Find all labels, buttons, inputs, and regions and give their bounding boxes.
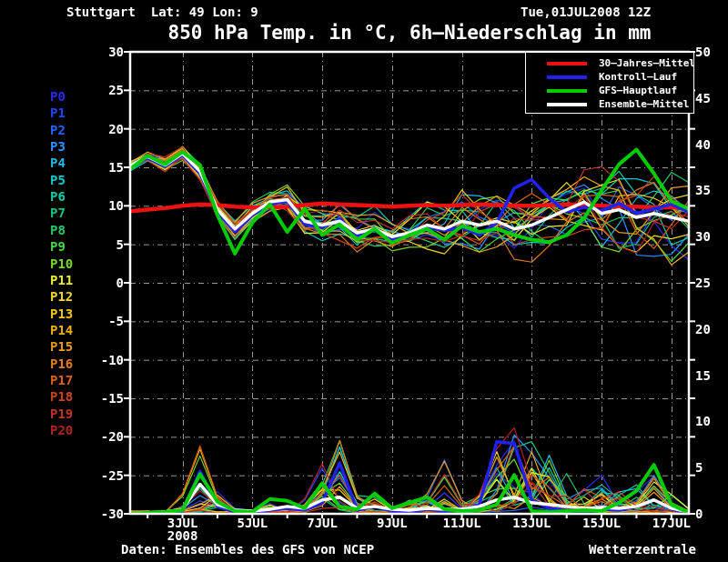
precip-tick-label: 10 bbox=[695, 414, 711, 428]
precip-tick-label: 15 bbox=[695, 368, 711, 383]
temp-tick-label: 30 bbox=[91, 45, 124, 59]
member-label-p20: P20 bbox=[50, 423, 73, 437]
member-label-p19: P19 bbox=[50, 406, 73, 421]
member-label-p11: P11 bbox=[50, 273, 73, 287]
precip-tick-label: 20 bbox=[695, 322, 711, 336]
member-label-p6: P6 bbox=[50, 189, 66, 204]
date-tick-label: 13JUL bbox=[500, 516, 563, 530]
precip-tick-label: 30 bbox=[695, 229, 711, 244]
member-label-p5: P5 bbox=[50, 173, 66, 187]
precip-tick-label: 50 bbox=[695, 45, 711, 59]
year-label: 2008 bbox=[151, 528, 215, 543]
temp-tick-label: -25 bbox=[91, 468, 124, 483]
temp-tick-label: 25 bbox=[91, 83, 124, 97]
member-label-p13: P13 bbox=[50, 306, 73, 321]
precip-tick-label: 25 bbox=[695, 276, 711, 290]
date-tick-label: 5JUL bbox=[220, 516, 284, 530]
run-datetime: Tue,01JUL2008 12Z bbox=[521, 5, 651, 19]
temp-tick-label: 15 bbox=[91, 160, 124, 175]
control-run-line-swatch bbox=[547, 75, 587, 79]
member-label-p2: P2 bbox=[50, 123, 66, 137]
member-label-p10: P10 bbox=[50, 256, 73, 271]
ensemble-mean-line-swatch bbox=[547, 103, 587, 106]
legend-label: Ensemble–Mittel bbox=[599, 98, 689, 110]
precip-tick-label: 5 bbox=[695, 460, 703, 475]
member-label-p18: P18 bbox=[50, 389, 73, 404]
temp-tick-label: -5 bbox=[91, 314, 124, 328]
member-label-p3: P3 bbox=[50, 139, 66, 154]
precip-tick-label: 45 bbox=[695, 91, 711, 105]
member-label-p9: P9 bbox=[50, 239, 66, 254]
precip-tick-label: 40 bbox=[695, 137, 711, 152]
member-label-p15: P15 bbox=[50, 339, 73, 354]
member-label-p16: P16 bbox=[50, 356, 73, 371]
temp-tick-label: 10 bbox=[91, 198, 124, 213]
brand-name: Wetterzentrale bbox=[589, 542, 696, 557]
temp-tick-label: -30 bbox=[91, 507, 124, 521]
legend-item-control-run: Kontroll–Lauf bbox=[526, 70, 693, 84]
legend: 30–Jahres–Mittel Kontroll–Lauf GFS–Haupt… bbox=[525, 52, 694, 114]
legend-item-climate-mean: 30–Jahres–Mittel bbox=[526, 56, 693, 70]
date-tick-label: 9JUL bbox=[360, 516, 424, 530]
temp-tick-label: -10 bbox=[91, 353, 124, 367]
temp-tick-label: -15 bbox=[91, 391, 124, 406]
meteogram-page: Stuttgart Lat: 49 Lon: 9 Tue,01JUL2008 1… bbox=[0, 0, 728, 562]
member-label-p14: P14 bbox=[50, 323, 73, 337]
precip-tick-label: 35 bbox=[695, 183, 711, 197]
legend-label: 30–Jahres–Mittel bbox=[599, 57, 695, 69]
temp-tick-label: 5 bbox=[91, 237, 124, 252]
member-label-p7: P7 bbox=[50, 206, 66, 220]
legend-label: Kontroll–Lauf bbox=[599, 71, 677, 83]
date-tick-label: 17JUL bbox=[640, 516, 703, 530]
date-tick-label: 11JUL bbox=[430, 516, 494, 530]
member-label-p0: P0 bbox=[50, 89, 66, 104]
station-title: Stuttgart Lat: 49 Lon: 9 bbox=[66, 5, 258, 19]
member-label-p12: P12 bbox=[50, 289, 73, 304]
date-tick-label: 15JUL bbox=[570, 516, 633, 530]
member-label-p1: P1 bbox=[50, 105, 66, 120]
legend-item-ensemble-mean: Ensemble–Mittel bbox=[526, 97, 693, 111]
legend-label: GFS–Hauptlauf bbox=[599, 85, 677, 96]
temp-tick-label: 20 bbox=[91, 122, 124, 136]
temp-tick-label: -20 bbox=[91, 429, 124, 444]
member-label-p4: P4 bbox=[50, 156, 66, 170]
climate-mean-line-swatch bbox=[547, 62, 587, 65]
chart-title: 850 hPa Temp. in °C, 6h–Niederschlag in … bbox=[130, 22, 689, 44]
member-label-p17: P17 bbox=[50, 373, 73, 387]
temp-tick-label: 0 bbox=[91, 276, 124, 290]
date-tick-label: 7JUL bbox=[290, 516, 354, 530]
member-label-p8: P8 bbox=[50, 223, 66, 237]
data-source-note: Daten: Ensembles des GFS von NCEP bbox=[121, 542, 374, 557]
main-run-line-swatch bbox=[547, 89, 587, 93]
legend-item-main-run: GFS–Hauptlauf bbox=[526, 84, 693, 97]
